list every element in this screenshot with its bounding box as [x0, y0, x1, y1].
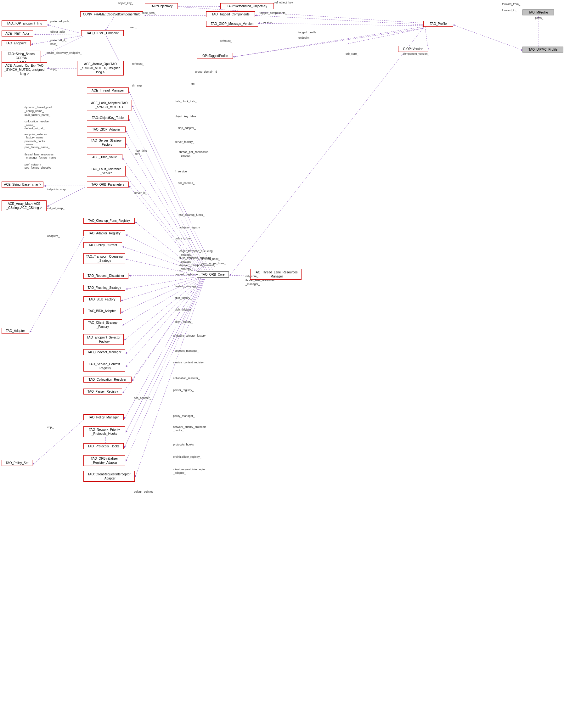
node-tao-tagged-components[interactable]: TAO_Tagged_Components — [206, 11, 255, 17]
svg-line-49 — [346, 28, 425, 44]
node-tao-flushing-strategy[interactable]: TAO_Flushing_Strategy — [83, 285, 125, 291]
label-data-block-lock: data_block_lock_ — [175, 100, 197, 103]
node-tao-adapter[interactable]: TAO_Adapter — [2, 328, 29, 334]
node-tao-server-strategy-factory[interactable]: TAO_Server_Strategy_Factory — [87, 137, 126, 148]
svg-line-24 — [126, 279, 204, 432]
node-tao-endpoint[interactable]: TAO_Endpoint — [2, 40, 31, 46]
label-timeout-hook: timeout_hook_ — [201, 257, 220, 260]
label-stub-factory: stub_factory_ — [175, 296, 192, 300]
label-endpoint-selector-factory: endpoint_selector_factory_ — [173, 334, 207, 337]
node-tao-transport-queueing-strategy[interactable]: TAO::Transport_Queueing_Strategy — [83, 253, 125, 264]
svg-line-31 — [255, 15, 425, 25]
label-server-id: server_id_ — [134, 191, 147, 194]
node-tao-objectkey-table[interactable]: TAO::ObjectKey_Table — [87, 115, 129, 121]
svg-line-26 — [126, 279, 204, 461]
svg-line-21 — [132, 279, 203, 381]
diagram-container: TAO_UIPMC_Profile TAO_MProfile TAO::Obje… — [0, 0, 564, 728]
label-group-domain-id: _group_domain_id_ — [193, 70, 219, 73]
label-default-policies: default_policies_ — [134, 490, 155, 493]
node-tao-protocols-hooks[interactable]: TAO_Protocols_Hooks — [83, 443, 124, 449]
svg-line-50 — [233, 28, 425, 57]
node-iop-tagged-profile[interactable]: IOP::TaggedProfile — [197, 53, 233, 59]
label-thr-mgr: thr_mgr_ — [132, 84, 143, 87]
node-tao-network-priority-protocols-hooks[interactable]: TAO_Network_Priority_Protocols_Hooks — [83, 426, 125, 437]
label-protocols-hooks: protocols_hooks — [25, 140, 45, 143]
node-ace-lock-adapter[interactable]: ACE_Lock_Adapter< TAO_SYNCH_MUTEX > — [87, 100, 132, 110]
node-tao-stub-factory[interactable]: TAO_Stub_Factory — [83, 296, 120, 302]
node-tao-refcounted-objectkey[interactable]: TAO::Refcounted_ObjectKey — [220, 3, 274, 9]
node-tao-client-request-interceptor-adapter[interactable]: TAO::ClientRequestInterceptor_Adapter — [83, 471, 135, 482]
label-preferred-if: preferred_if_ — [50, 39, 66, 42]
node-tao-orbinitializer-registry-adapter[interactable]: TAO_ORBInitializer_Registry_Adapter — [83, 455, 125, 466]
label-collocation-resolver: collocation_resolver_ — [173, 377, 200, 380]
node-tao-policy-manager[interactable]: TAO_Policy_Manager — [83, 414, 124, 420]
label-name1: _name_ — [25, 124, 35, 127]
node-ace-time-value[interactable]: ACE_Time_Value — [87, 154, 122, 160]
node-tao-uipmc-profile[interactable]: TAO_UIPMC_Profile — [522, 47, 563, 53]
label-orb-core2: orb_core_ — [245, 275, 258, 278]
node-tao-profile[interactable]: TAO_Profile — [423, 21, 453, 27]
node-tao-orb-parameters[interactable]: TAO_ORB_Parameters — [87, 182, 129, 188]
label-factory-name: _factory_name_ — [25, 136, 45, 139]
node-ace-atomic-op-tao[interactable]: ACE_Atomic_Op< TAO_SYNCH_MUTEX, unsigned… — [77, 61, 124, 76]
label-orb-params: orb_params_ — [178, 182, 194, 185]
node-tao-objectkey[interactable]: TAO::ObjectKey — [145, 3, 178, 9]
node-tao-service-context-registry[interactable]: TAO_Service_Context_Registry — [83, 361, 125, 372]
label-network-priority-protocols: network_priority_protocols — [173, 425, 206, 428]
label-tm: tm_ — [191, 82, 196, 85]
label-forward-to: forward_to_ — [502, 9, 517, 12]
label-manager: _manager_ — [245, 283, 260, 286]
label-ziop-adapter: ziop_adapter_ — [178, 126, 196, 130]
node-tao-uipmc-endpoint[interactable]: TAO_UIPMC_Endpoint — [81, 30, 124, 36]
node-tao-bidir-adapter[interactable]: TAO_BiDir_Adapter — [83, 308, 120, 314]
node-tao-policy-set[interactable]: TAO_Policy_Set — [2, 460, 32, 466]
label-plites: plites_ — [535, 16, 543, 20]
node-conv-frame[interactable]: CONV_FRAME::CodeSetComponentInfo — [80, 11, 143, 17]
label-dynamic-thread-pool: dynamic_thread_pool — [25, 106, 52, 109]
node-giop-version[interactable]: GIOP::Version — [398, 46, 428, 52]
label-thread-lane-resources: thread_lane_resources — [245, 279, 274, 282]
svg-line-19 — [126, 279, 202, 354]
label-refcount2: refcount_ — [132, 62, 144, 65]
label-strategy2: _strategy_ — [179, 260, 193, 263]
node-tao-ziop-adapter[interactable]: TAO_ZIOP_Adapter — [87, 126, 126, 132]
node-tao-client-strategy-factory[interactable]: TAO_Client_Strategy_Factory — [83, 319, 122, 330]
node-ace-string-base-char[interactable]: ACE_String_Base< char > — [2, 182, 43, 188]
svg-line-5 — [126, 143, 204, 272]
label-pref-network: pref_network_ — [25, 163, 42, 166]
node-ace-atomic-op-ex-tao[interactable]: ACE_Atomic_Op_Ex< TAO_SYNCH_MUTEX, unsig… — [2, 62, 47, 77]
node-tao-endpoint-selector-factory[interactable]: TAO_Endpoint_Selector_Factory — [83, 334, 124, 345]
label-service-context-registry: service_context_registry_ — [173, 361, 205, 364]
label-code-sets: code_sets_ — [142, 11, 156, 14]
label-parser-registry: parser_registry_ — [173, 389, 193, 392]
label-server-factory: server_factory_ — [175, 140, 194, 143]
node-tao-thread-lane-resources-manager[interactable]: TAO_Thread_Lane_Resources_Manager — [250, 269, 302, 280]
label-next: next_ — [130, 26, 137, 29]
node-tao-parser-registry[interactable]: TAO_Parser_Registry — [83, 389, 122, 395]
label-max-time: max_time — [135, 149, 147, 152]
node-tao-mprofile[interactable]: TAO_MProfile — [522, 9, 554, 15]
svg-line-46 — [30, 235, 85, 332]
node-ace-inet-addr[interactable]: ACE_INET_Addr — [2, 31, 33, 36]
node-tao-policy-current[interactable]: TAO_Policy_Current — [83, 242, 122, 248]
node-tao-orb-core[interactable]: TAO_ORB_Core — [197, 271, 229, 278]
node-tao-codeset-manager[interactable]: TAO_Codeset_Manager — [83, 349, 125, 355]
node-tao-collocation-resolver[interactable]: TAO_Collocation_Resolver — [83, 377, 131, 383]
node-tao-adapter-registry[interactable]: TAO_Adapter_Registry — [83, 230, 125, 236]
node-tao-iiop-endpoint-info[interactable]: TAO::IIOP_Endpoint_Info — [2, 20, 47, 26]
label-object-addr: object_addr_ — [50, 30, 67, 33]
node-ace-thread-manager[interactable]: ACE_Thread_Manager — [87, 87, 129, 93]
node-tao-fault-tolerance-service[interactable]: TAO_Fault_Tolerance_Service — [87, 166, 126, 176]
label-poa-factory-name: poa_factory_name_ — [25, 146, 50, 149]
label-component-version: component_version_ — [403, 52, 429, 55]
node-ace-array-map[interactable]: ACE_Array_Map< ACE_CString, ACE_CString … — [2, 200, 47, 211]
node-tao-cleanup-func-registry[interactable]: TAO_Cleanup_Func_Registry — [83, 218, 135, 224]
node-tao-giop-message-version[interactable]: TAO_GIOP_Message_Version — [206, 21, 258, 27]
label-refcount1: refcount_ — [220, 39, 232, 42]
label-hooks: _hooks_ — [173, 429, 184, 432]
node-tao-request-dispatcher[interactable]: TAO_Request_Dispatcher — [83, 273, 128, 279]
svg-line-1 — [129, 92, 214, 272]
label-thread-per-connection: thread_per_connection — [179, 150, 208, 154]
label-strategy3: _strategy_ — [179, 267, 193, 271]
svg-line-2 — [132, 106, 211, 272]
